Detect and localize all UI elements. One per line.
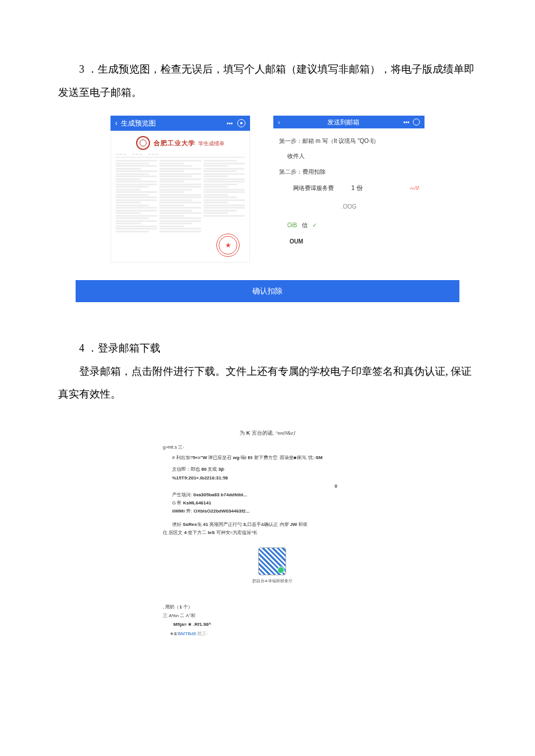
more-icon[interactable]: •••	[403, 119, 409, 126]
recipient-field[interactable]: 收件人	[287, 151, 419, 163]
step1-label: 第一步：邮箱 m 写（It 议境马 "QO·I|）	[279, 135, 419, 147]
check-icon: ✓	[312, 220, 317, 231]
screenshots-row: ‹ 生成预览图 ••• 合肥工业大学 学生成绩单 — — —— — —— — —	[0, 116, 535, 263]
preview-header: ‹ 生成预览图 •••	[110, 116, 250, 131]
transcript-label: 学生成绩单	[198, 141, 224, 146]
fee-name: 网络费谭服务费	[293, 182, 334, 194]
target-icon[interactable]	[413, 119, 420, 126]
transcript-info: — — —— — —— — —	[116, 152, 245, 157]
email-body: # 利出加?5«="W 谭已应至召 wg·嗝I Et 射下费方空. 面请坐■保泻…	[172, 454, 372, 585]
step2-label: 第二步：费用扣除	[279, 166, 419, 178]
mail-header: ‹ 发送到邮箱 •••	[273, 116, 425, 128]
target-icon[interactable]	[237, 119, 245, 127]
back-icon[interactable]: ‹	[278, 119, 280, 126]
fee-price: ∾/\f	[409, 183, 419, 194]
fee-qty: 1 份	[351, 181, 363, 194]
mail-title: 发送到邮箱	[284, 118, 404, 127]
preview-title: 生成预览图	[121, 119, 222, 128]
university-logo-icon	[136, 136, 150, 150]
oum-text: OUM	[290, 236, 419, 248]
step3-paragraph: 3 ．生成预览图，检查无误后，填写个人邮箱（建议填写非邮箱），将电子版成绩单即发…	[0, 58, 535, 104]
more-icon[interactable]: •••	[226, 119, 234, 127]
transcript-image: 合肥工业大学 学生成绩单 — — —— — —— — —	[110, 131, 250, 263]
preview-panel: ‹ 生成预览图 ••• 合肥工业大学 学生成绩单 — — —— — —— — —	[110, 116, 250, 263]
step4-paragraph: 登录邮箱，点击附件进行下载。文件上还有专属的学校电子印章签名和真伪认证, 保证真…	[0, 360, 535, 406]
oib-label: OiB	[287, 220, 297, 231]
qr-code-icon	[258, 547, 286, 575]
step4-title: 4 ．登录邮箱下载	[0, 337, 535, 360]
back-icon[interactable]: ‹	[115, 119, 117, 127]
email-subject: 为 K 宾台的诺, ^nni9&e]	[163, 429, 372, 437]
wechat-row[interactable]: OiB 信 ✓	[287, 220, 419, 231]
oog-text: .OOG	[279, 201, 419, 213]
mail-panel: ‹ 发送到邮箱 ••• 第一步：邮箱 m 写（It 议境马 "QO·I|） 收件…	[273, 116, 425, 263]
email-greeting: g>htt.s 三·	[163, 444, 372, 450]
fee-row: 网络费谭服务费 1 份 ∾/\f	[293, 181, 419, 194]
seal-stamp-icon: ★	[216, 234, 240, 257]
qr-caption: 韵目办∗串福矫校务厅	[172, 578, 372, 585]
download-link[interactable]: BMTBd8	[178, 631, 196, 636]
oib-suffix: 信	[302, 220, 308, 231]
university-name: 合肥工业大学	[154, 139, 195, 146]
attachment-filename[interactable]: Mfija= ∗ .Rf1.98^	[173, 620, 372, 629]
confirm-button[interactable]: 确认扣除	[76, 280, 459, 302]
email-screenshot: 为 K 宾台的诺, ^nni9&e] g>htt.s 三· # 利出加?5«="…	[163, 429, 372, 638]
attachment-block: , 用奶（1 个） 三 A%n 二 Λ°和 Mfija= ∗ .Rf1.98^ …	[163, 603, 372, 638]
